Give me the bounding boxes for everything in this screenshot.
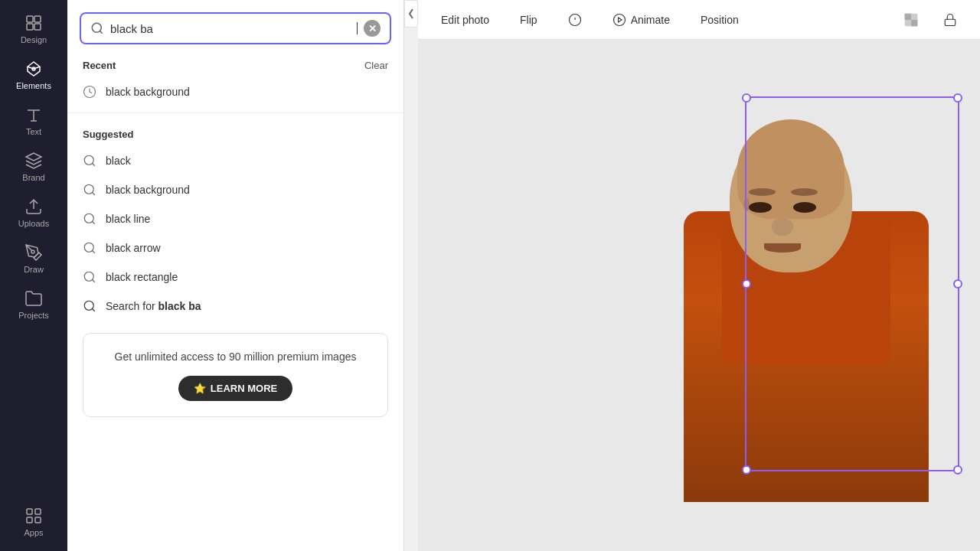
search-suggestion-icon-1 bbox=[83, 183, 96, 197]
search-suggestion-icon-2 bbox=[83, 212, 96, 226]
promo-text: Get unlimited access to 90 million premi… bbox=[99, 349, 372, 365]
sidebar-label-apps: Apps bbox=[24, 528, 43, 537]
sidebar-label-draw: Draw bbox=[24, 265, 44, 274]
toolbar-transparency[interactable] bbox=[896, 8, 926, 32]
text-icon bbox=[24, 106, 43, 124]
sidebar-item-projects[interactable]: Projects bbox=[0, 282, 67, 328]
svg-point-16 bbox=[84, 243, 93, 252]
svg-point-18 bbox=[84, 301, 93, 310]
toolbar-info[interactable] bbox=[560, 8, 590, 31]
info-icon bbox=[568, 13, 582, 27]
flip-label: Flip bbox=[520, 14, 537, 26]
sidebar-item-apps[interactable]: Apps bbox=[0, 499, 67, 545]
elements-icon bbox=[24, 60, 43, 78]
left-eyebrow bbox=[749, 188, 776, 196]
panel-collapse-handle[interactable] bbox=[404, 0, 418, 28]
sidebar-item-text[interactable]: Text bbox=[0, 98, 67, 144]
clear-button[interactable]: Clear bbox=[364, 60, 388, 71]
svg-rect-0 bbox=[27, 16, 33, 22]
toolbar-animate[interactable]: Animate bbox=[605, 8, 678, 31]
svg-rect-25 bbox=[911, 20, 917, 26]
nose bbox=[772, 219, 793, 236]
handle-top-right[interactable] bbox=[953, 93, 962, 103]
learn-more-icon: ⭐ bbox=[194, 383, 206, 394]
svg-rect-9 bbox=[27, 517, 32, 523]
learn-more-label: LEARN MORE bbox=[211, 383, 277, 394]
svg-rect-1 bbox=[34, 16, 41, 22]
suggested-item-label-4: black rectangle bbox=[106, 271, 178, 283]
right-eyebrow bbox=[791, 188, 818, 196]
animate-icon bbox=[612, 13, 626, 27]
search-for-text: Search for black ba bbox=[106, 300, 201, 312]
search-for-prefix: Search for bbox=[106, 300, 158, 312]
svg-rect-2 bbox=[27, 24, 33, 30]
svg-point-15 bbox=[84, 214, 93, 223]
svg-point-14 bbox=[84, 184, 93, 194]
search-suggestion-icon bbox=[83, 154, 96, 168]
sidebar-item-uploads[interactable]: Uploads bbox=[0, 190, 67, 236]
suggested-item-label-0: black bbox=[106, 155, 131, 167]
svg-point-13 bbox=[84, 155, 93, 165]
toolbar-flip[interactable]: Flip bbox=[512, 9, 545, 31]
position-label: Position bbox=[701, 14, 739, 26]
toolbar-edit-photo[interactable]: Edit photo bbox=[433, 9, 497, 31]
search-panel: ✕ Recent Clear black background Suggeste… bbox=[67, 0, 404, 551]
learn-more-button[interactable]: ⭐ LEARN MORE bbox=[178, 376, 292, 401]
search-for-item[interactable]: Search for black ba bbox=[67, 292, 403, 321]
transparency-icon bbox=[903, 12, 919, 28]
uploads-icon bbox=[24, 197, 43, 216]
promo-section: Get unlimited access to 90 million premi… bbox=[83, 333, 388, 417]
sidebar-item-brand[interactable]: Brand bbox=[0, 144, 67, 190]
sidebar: Design Elements Text Brand Uploads bbox=[0, 0, 67, 551]
mouth bbox=[764, 243, 801, 253]
svg-point-17 bbox=[84, 272, 93, 281]
sidebar-item-design[interactable]: Design bbox=[0, 6, 67, 52]
svg-point-6 bbox=[31, 250, 34, 253]
handle-mid-right[interactable] bbox=[953, 279, 962, 289]
suggested-item-black-arrow[interactable]: black arrow bbox=[67, 233, 403, 262]
search-suggestion-icon-3 bbox=[83, 241, 96, 255]
handle-top-left[interactable] bbox=[742, 93, 751, 103]
right-eye bbox=[793, 202, 816, 213]
divider bbox=[67, 112, 403, 113]
recent-section-header: Recent Clear bbox=[67, 51, 403, 77]
monk-image bbox=[684, 119, 929, 502]
svg-rect-26 bbox=[945, 19, 956, 25]
handle-bot-right[interactable] bbox=[953, 465, 962, 474]
svg-rect-7 bbox=[27, 509, 32, 514]
clock-icon bbox=[83, 85, 96, 99]
svg-rect-10 bbox=[35, 517, 41, 523]
draw-icon bbox=[24, 243, 43, 262]
sidebar-label-elements: Elements bbox=[16, 81, 51, 90]
suggested-item-black-rectangle[interactable]: black rectangle bbox=[67, 262, 403, 292]
search-clear-button[interactable]: ✕ bbox=[364, 20, 381, 37]
search-for-icon bbox=[83, 299, 96, 313]
text-cursor bbox=[357, 22, 358, 34]
svg-rect-8 bbox=[35, 509, 41, 514]
suggested-item-black-line[interactable]: black line bbox=[67, 204, 403, 233]
svg-rect-24 bbox=[905, 13, 911, 19]
toolbar-lock[interactable] bbox=[936, 8, 965, 32]
left-eye bbox=[749, 202, 772, 213]
toolbar-position[interactable]: Position bbox=[693, 9, 746, 31]
search-icon bbox=[90, 21, 104, 35]
wrinkle-left bbox=[743, 197, 750, 211]
search-input[interactable] bbox=[110, 22, 350, 35]
suggested-section-header: Suggested bbox=[67, 119, 403, 146]
recent-item-black-background[interactable]: black background bbox=[67, 77, 403, 106]
search-suggestion-icon-4 bbox=[83, 270, 96, 284]
canvas-content bbox=[469, 73, 929, 517]
sidebar-label-projects: Projects bbox=[18, 311, 49, 320]
sidebar-item-elements[interactable]: Elements bbox=[0, 52, 67, 98]
suggested-item-black[interactable]: black bbox=[67, 146, 403, 175]
svg-point-11 bbox=[92, 23, 101, 32]
sidebar-item-draw[interactable]: Draw bbox=[0, 236, 67, 282]
lock-icon bbox=[943, 12, 957, 28]
suggested-item-label-1: black background bbox=[106, 184, 190, 196]
suggested-item-label-2: black line bbox=[106, 213, 150, 225]
suggested-item-black-background[interactable]: black background bbox=[67, 175, 403, 204]
search-for-query: black ba bbox=[158, 300, 201, 312]
top-toolbar: Edit photo Flip Animate Position bbox=[418, 0, 980, 40]
search-box: ✕ bbox=[80, 12, 391, 44]
chevron-left-icon bbox=[407, 8, 415, 20]
